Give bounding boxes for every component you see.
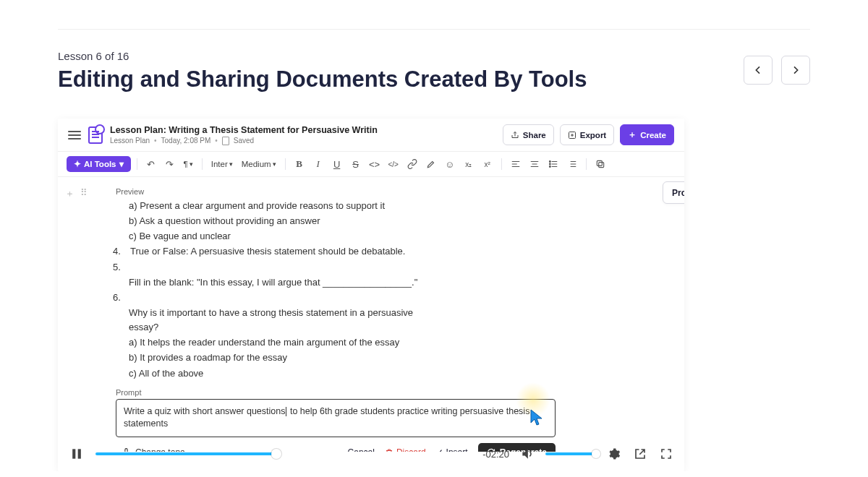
plus-icon: ＋: [628, 129, 637, 141]
export-icon: [568, 131, 576, 139]
fullscreen-button[interactable]: [658, 446, 674, 462]
emoji-icon[interactable]: ☺: [442, 156, 458, 172]
settings-button[interactable]: [606, 446, 622, 462]
menu-icon[interactable]: [68, 129, 81, 142]
volume-knob[interactable]: [592, 450, 600, 458]
create-button[interactable]: ＋ Create: [620, 124, 674, 145]
underline-icon[interactable]: U: [329, 156, 345, 172]
preview-content: a) Present a clear argument and provide …: [129, 199, 512, 381]
preview-label: Preview: [116, 187, 670, 196]
font-size-select[interactable]: Medium ▾: [239, 158, 279, 170]
volume-button[interactable]: [519, 446, 535, 462]
copy-icon[interactable]: [592, 156, 608, 172]
share-button[interactable]: Share: [503, 124, 554, 145]
prompt-panel-toggle[interactable]: Prompt ⓘ ⌄: [663, 181, 684, 204]
pause-button[interactable]: [68, 445, 85, 463]
align-left-icon[interactable]: [508, 156, 524, 172]
add-block-gutter[interactable]: ＋ ⠿: [65, 187, 88, 200]
editor-body: ＋ ⠿ Prompt ⓘ ⌄ Preview a) Present a clea…: [58, 177, 684, 452]
share-icon: [511, 131, 519, 139]
saved-icon: [222, 137, 229, 145]
subscript-icon[interactable]: x₂: [461, 156, 477, 172]
volume-bar[interactable]: [545, 452, 596, 455]
svg-rect-4: [598, 163, 603, 168]
svg-rect-5: [597, 160, 602, 166]
svg-point-2: [549, 163, 550, 165]
prompt-input[interactable]: Write a quiz with short answer questions…: [116, 399, 556, 437]
sparkle-icon: ✦: [74, 159, 81, 169]
progress-bar[interactable]: [95, 452, 472, 455]
page-title: Editing and Sharing Documents Created By…: [58, 66, 587, 93]
editor-toolbar: ✦ AI Tools ▾ ↶ ↷ ¶ ▾ Inter ▾ Medium ▾ B …: [58, 152, 684, 177]
app-header: Lesson Plan: Writing a Thesis Statement …: [58, 119, 684, 152]
document-title: Lesson Plan: Writing a Thesis Statement …: [110, 125, 378, 135]
popout-button[interactable]: [632, 446, 648, 462]
undo-icon[interactable]: ↶: [143, 156, 159, 172]
bullet-list-icon[interactable]: [545, 156, 561, 172]
bold-icon[interactable]: B: [292, 156, 307, 172]
font-family-select[interactable]: Inter ▾: [208, 158, 236, 170]
italic-icon[interactable]: I: [310, 156, 326, 172]
prompt-label: Prompt: [116, 388, 670, 397]
ai-tools-button[interactable]: ✦ AI Tools ▾: [67, 156, 131, 172]
redo-icon[interactable]: ↷: [162, 156, 178, 172]
prev-lesson-button[interactable]: [744, 56, 773, 85]
strikethrough-icon[interactable]: S: [348, 156, 364, 172]
plus-icon[interactable]: ＋: [65, 187, 75, 200]
export-button[interactable]: Export: [560, 124, 614, 145]
document-icon: [88, 126, 103, 144]
document-meta: Lesson Plan Today, 2:08 PM Saved: [110, 137, 378, 145]
time-remaining: -02:20: [482, 449, 509, 460]
paragraph-style-select[interactable]: ¶ ▾: [181, 158, 196, 170]
numbered-list-icon[interactable]: [564, 156, 580, 172]
lesson-counter: Lesson 6 of 16: [58, 50, 587, 62]
code-icon[interactable]: <>: [367, 156, 383, 172]
link-icon[interactable]: [404, 156, 420, 172]
svg-point-1: [549, 161, 550, 163]
video-player: Lesson Plan: Writing a Thesis Statement …: [58, 119, 684, 471]
drag-handle-icon[interactable]: ⠿: [80, 187, 88, 200]
highlight-icon[interactable]: [423, 156, 439, 172]
svg-rect-7: [72, 449, 75, 458]
code-block-icon[interactable]: </>: [386, 156, 401, 172]
svg-rect-8: [78, 449, 81, 458]
svg-point-3: [549, 166, 550, 168]
chevron-down-icon: ▾: [119, 159, 124, 169]
next-lesson-button[interactable]: [781, 56, 810, 85]
superscript-icon[interactable]: x²: [480, 156, 495, 172]
video-controls: -02:20: [58, 437, 684, 471]
align-center-icon[interactable]: [527, 156, 542, 172]
progress-knob[interactable]: [271, 449, 281, 459]
